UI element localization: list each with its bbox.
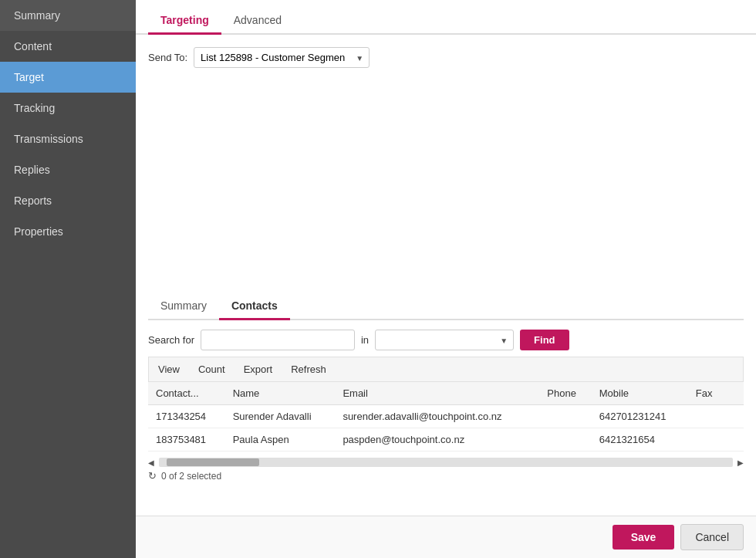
refresh-button[interactable]: Refresh <box>288 362 329 377</box>
contacts-table: Contact...NameEmailPhoneMobileFax 171343… <box>148 382 744 451</box>
scrollbar-area: ◀ ▶ <box>148 458 744 467</box>
sidebar-item-reports[interactable]: Reports <box>0 185 136 216</box>
col-header-mobile: Mobile <box>592 382 688 405</box>
cell-email-1: paspden@touchpoint.co.nz <box>335 428 539 451</box>
top-tab-targeting[interactable]: Targeting <box>148 8 221 35</box>
scroll-left-arrow[interactable]: ◀ <box>148 458 154 467</box>
cell-fax-1 <box>688 428 726 451</box>
search-in-select[interactable] <box>375 330 514 350</box>
sidebar-item-tracking[interactable]: Tracking <box>0 93 136 123</box>
find-button[interactable]: Find <box>520 330 569 350</box>
col-header-name: Name <box>225 382 336 405</box>
cell-name-0: Surender Adavalli <box>225 405 336 428</box>
col-header-phone: Phone <box>539 382 591 405</box>
send-to-label: Send To: <box>148 52 187 63</box>
search-input[interactable] <box>201 330 355 350</box>
content-area: Send To: List 125898 - Customer Segmen ▼… <box>136 35 756 516</box>
bottom-tab-summary[interactable]: Summary <box>148 293 219 320</box>
sidebar-item-content[interactable]: Content <box>0 31 136 62</box>
sidebar: SummaryContentTargetTrackingTransmission… <box>0 0 136 558</box>
cell-mobile-1: 6421321654 <box>592 428 688 451</box>
table-row[interactable]: 171343254Surender Adavallisurender.adava… <box>148 405 744 428</box>
save-button[interactable]: Save <box>613 525 675 550</box>
top-tab-advanced[interactable]: Advanced <box>221 8 294 35</box>
bottom-tab-contacts[interactable]: Contacts <box>219 293 290 320</box>
col-header-contact: Contact... <box>148 382 225 405</box>
send-to-select-wrapper: List 125898 - Customer Segmen ▼ <box>194 47 370 68</box>
scrollbar-thumb <box>167 458 259 466</box>
count-button[interactable]: Count <box>195 362 228 377</box>
cell-phone-1 <box>539 428 591 451</box>
spacer <box>148 83 744 293</box>
search-row: Search for in ▼ Find <box>148 330 744 350</box>
cell-contact-0: 171343254 <box>148 405 225 428</box>
main-content: TargetingAdvanced Send To: List 125898 -… <box>136 0 756 558</box>
col-header-email: Email <box>335 382 539 405</box>
sidebar-item-transmissions[interactable]: Transmissions <box>0 123 136 154</box>
cell-contact-1: 183753481 <box>148 428 225 451</box>
scroll-right-arrow[interactable]: ▶ <box>737 458 744 467</box>
cell-extra-1 <box>726 428 744 451</box>
sidebar-item-summary[interactable]: Summary <box>0 0 136 31</box>
footer: Save Cancel <box>136 516 756 558</box>
search-in-select-wrapper: ▼ <box>375 330 514 350</box>
view-button[interactable]: View <box>155 362 183 377</box>
table-header-row: Contact...NameEmailPhoneMobileFax <box>148 382 744 405</box>
cell-extra-0 <box>726 405 744 428</box>
refresh-icon: ↻ <box>148 470 157 482</box>
sidebar-item-target[interactable]: Target <box>0 62 136 93</box>
top-tabs: TargetingAdvanced <box>136 0 756 35</box>
cell-phone-0 <box>539 405 591 428</box>
cancel-button[interactable]: Cancel <box>680 524 744 550</box>
cell-name-1: Paula Aspen <box>225 428 336 451</box>
send-to-select[interactable]: List 125898 - Customer Segmen <box>194 47 370 68</box>
bottom-section: SummaryContacts Search for in ▼ Find Vie… <box>148 293 744 503</box>
table-body: 171343254Surender Adavallisurender.adava… <box>148 405 744 451</box>
table-row[interactable]: 183753481Paula Aspenpaspden@touchpoint.c… <box>148 428 744 451</box>
search-for-label: Search for <box>148 334 194 346</box>
cell-mobile-0: 642701231241 <box>592 405 688 428</box>
scrollbar-track[interactable] <box>159 458 733 467</box>
cell-fax-0 <box>688 405 726 428</box>
cell-email-0: surender.adavalli@touchpoint.co.nz <box>335 405 539 428</box>
search-in-label: in <box>361 334 369 346</box>
col-header-extra <box>726 382 744 405</box>
selected-status-row: ↻ 0 of 2 selected <box>148 470 744 482</box>
send-to-row: Send To: List 125898 - Customer Segmen ▼ <box>148 47 744 68</box>
export-button[interactable]: Export <box>241 362 276 377</box>
sidebar-item-replies[interactable]: Replies <box>0 154 136 185</box>
selected-status-text: 0 of 2 selected <box>161 471 221 482</box>
sidebar-item-properties[interactable]: Properties <box>0 216 136 247</box>
action-toolbar: View Count Export Refresh <box>148 357 744 382</box>
bottom-tabs: SummaryContacts <box>148 293 744 320</box>
col-header-fax: Fax <box>688 382 726 405</box>
